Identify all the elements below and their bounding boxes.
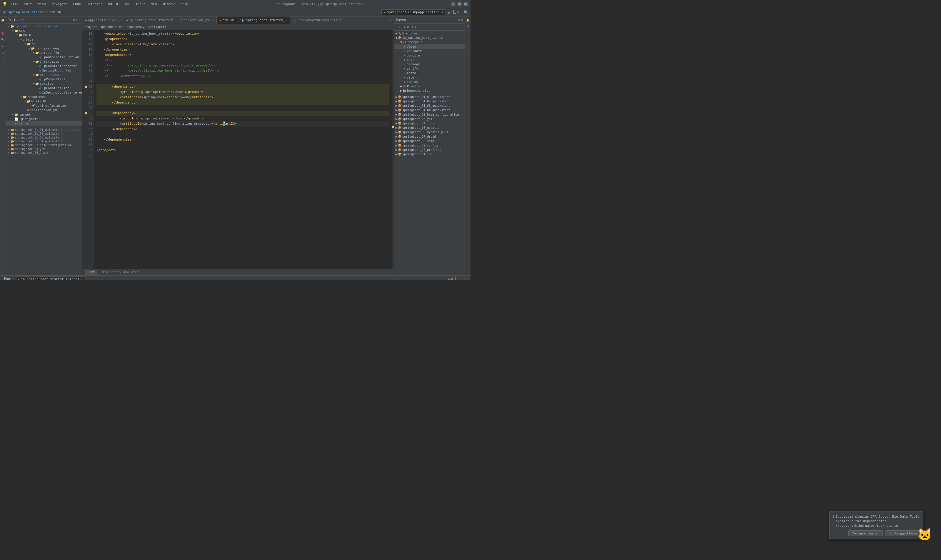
run-scroll-icon[interactable]: ⇩	[458, 277, 460, 280]
git-icon[interactable]: ⎇	[0, 50, 6, 55]
bottom-tab-text[interactable]: Text	[85, 270, 97, 275]
bottom-tab-dependency[interactable]: Dependency Analyzer	[100, 270, 141, 275]
run-rerun-icon[interactable]: ▶	[448, 277, 450, 280]
maven-sb-09[interactable]: ▶ 📦 springboot_09_config	[394, 143, 464, 148]
tree-item-IpSpringBootStarterApplication[interactable]: ◎ IpSpringBootStarterApplication	[6, 90, 82, 95]
tree-item-spring-factories[interactable]: 🌱 spring.factories	[6, 103, 82, 108]
maven-plugins[interactable]: ▶ 🔌 Plugins	[394, 84, 464, 89]
maven-download-icon[interactable]: ⬇	[411, 25, 413, 29]
breadcrumb-part-2[interactable]: dependency	[126, 25, 144, 29]
run-current-close[interactable]: ×	[81, 278, 82, 280]
tree-item-META-INF[interactable]: ▼ 📂 META-INF	[6, 99, 82, 103]
tab-ip-application-yml[interactable]: ⚙ ip_spring_boot_starter\...\application…	[123, 17, 217, 24]
run-stop-icon[interactable]: ■	[451, 277, 453, 280]
bookmarks-icon[interactable]: 🔖	[0, 31, 6, 36]
tree-item-01-03[interactable]: ▶ 📂 springboot_01_03_quickstart	[6, 135, 82, 139]
tree-item-IpProperties[interactable]: ◎ IpProperties	[6, 77, 82, 82]
maximize-button[interactable]: □	[458, 2, 462, 6]
tree-item-01-04[interactable]: ▶ 📂 springboot_01_04_quickstart	[6, 139, 82, 143]
maven-sb-10[interactable]: ▶ 📦 springboot_10_profiles	[394, 148, 464, 152]
maven-profiles[interactable]: ▶ 🔧 Profiles	[394, 31, 464, 35]
search-everywhere-button[interactable]: 🔍	[464, 10, 468, 14]
run-config-selector[interactable]: ▶ Springboot08SsmpApplication ▼	[381, 9, 446, 15]
run-clear-icon[interactable]: 🗑	[454, 277, 457, 280]
tab-application-yml[interactable]: ⚙ application.yml ×	[82, 17, 123, 24]
tab-close-yml1[interactable]: ×	[118, 19, 120, 22]
tree-item-gitignore[interactable]: 📄 .gitignore	[6, 117, 82, 121]
close-button[interactable]: ×	[464, 2, 468, 6]
tree-item-main[interactable]: ▼ 📂 main	[6, 33, 82, 37]
maven-sb-01-04[interactable]: ▶ 📦 springboot_01_04_quickstart	[394, 108, 464, 112]
tree-item-pom-xml[interactable]: ◈ pom.xml	[6, 121, 82, 126]
maven-lifecycle-clean[interactable]: ⚡ clean	[394, 45, 464, 49]
maven-sb-05[interactable]: ▶ 📦 springboot_05_mybatis	[394, 126, 464, 130]
maven-sb-01-03[interactable]: ▶ 📦 springboot_01_03_quickstart	[394, 103, 464, 108]
menu-tools[interactable]: Tools	[134, 2, 146, 6]
maven-lifecycle-test[interactable]: ⚡ test	[394, 58, 464, 62]
database-icon[interactable]: 🗄	[465, 24, 470, 29]
tree-item-autoconfig[interactable]: ▼ 📂 autoconfig	[6, 51, 82, 55]
menu-file[interactable]: File	[9, 2, 20, 6]
tree-item-application-yml[interactable]: ⚙ application.yml	[6, 108, 82, 112]
maven-lifecycle-install[interactable]: ⚡ install	[394, 71, 464, 75]
tree-item-02[interactable]: ▶ 📂 springboot_02_base_configuration	[6, 143, 82, 147]
maven-lifecycle-verify[interactable]: ⚡ verify	[394, 66, 464, 71]
maven-sb-11[interactable]: ▶ 📦 springboot_11_log	[394, 152, 464, 157]
run-pin-icon[interactable]: ×	[467, 277, 468, 280]
maven-sb-02[interactable]: ▶ 📦 springboot_02_base_configuration	[394, 112, 464, 117]
maven-sb-08[interactable]: ▶ 📦 springboot_08_ssmp	[394, 139, 464, 143]
tree-item-service[interactable]: ▼ 📂 service	[6, 82, 82, 86]
tree-item-cn[interactable]: ▼ 📂 cn	[6, 42, 82, 46]
breadcrumb-part-1[interactable]: dependencies	[101, 25, 122, 29]
tab-close-pom[interactable]: ×	[286, 19, 288, 22]
tree-item-properties[interactable]: ▼ 📂 properties	[6, 73, 82, 77]
tree-item-IpCountService[interactable]: ◎ IpCountService	[6, 86, 82, 90]
maven-refresh-icon[interactable]: ↻	[395, 25, 397, 29]
maven-sb-03[interactable]: ▶ 📦 springboot_03_yaml	[394, 117, 464, 121]
maven-lifecycle-package[interactable]: ⚡ package	[394, 62, 464, 66]
editor-scrollbar[interactable]	[392, 30, 394, 269]
menu-build[interactable]: Build	[107, 2, 119, 6]
menu-help[interactable]: Help	[179, 2, 190, 6]
maven-collapse-icon[interactable]: ≡	[414, 25, 416, 29]
maven-sb-04[interactable]: ▶ 📦 springboot_04_junit	[394, 121, 464, 126]
maven-settings-icon[interactable]: ⚙	[458, 18, 460, 22]
tree-item-01-01[interactable]: ▶ 📂 springboot_01_01_quickstart D:/DingJ…	[6, 128, 82, 132]
code-content[interactable]: <description>ip_spring_boot_starter</des…	[94, 30, 392, 269]
maven-sb-06[interactable]: ▶ 📦 springboot_06_mybatis_plus	[394, 130, 464, 134]
tree-item-dingjiaxiong[interactable]: ▼ 📂 dingjiaxiong	[6, 46, 82, 51]
maven-sb-01-01[interactable]: ▶ 📦 springboot_01_01_quickstart	[394, 95, 464, 99]
maven-run-icon[interactable]: ▶	[404, 25, 406, 29]
menu-navigate[interactable]: Navigate	[51, 2, 69, 6]
code-editor[interactable]: 15 16 17 18 19 20 21 22 23 24 25 26 27 2…	[82, 30, 394, 269]
menu-run[interactable]: Run	[123, 2, 131, 6]
settings-icon[interactable]: ⚙	[76, 18, 77, 22]
tree-item-resources[interactable]: ▼ 📂 resources	[6, 95, 82, 99]
tab-close-yml2[interactable]: ×	[212, 19, 214, 22]
maven-remove-icon[interactable]: −	[401, 25, 403, 29]
terminal-sidebar-icon[interactable]: ⌨	[0, 57, 6, 62]
tree-item-interceptor[interactable]: ▼ 📂 interceptor	[6, 59, 82, 64]
breadcrumb-part-3[interactable]: artifactId	[149, 25, 166, 29]
tree-item-root[interactable]: ▼ 📂 ip_spring_boot_starter	[6, 24, 82, 29]
maven-add-icon[interactable]: +	[398, 25, 400, 29]
maven-lifecycle-validate[interactable]: ⚡ validate	[394, 49, 464, 53]
minimize-button[interactable]: −	[451, 2, 455, 6]
maven-pin-icon[interactable]: ×	[461, 18, 463, 22]
maven-sb-01-02[interactable]: ▶ 📦 springboot_01_02_quickstart	[394, 99, 464, 103]
run-tab-run[interactable]: Run:	[2, 276, 14, 280]
run-with-coverage[interactable]: ▶̲	[458, 10, 461, 15]
menu-code[interactable]: Code	[72, 2, 82, 6]
structure-icon[interactable]: ⋮	[0, 24, 6, 29]
project-icon[interactable]: 📁	[0, 18, 6, 23]
pin-icon[interactable]: ×	[79, 18, 80, 22]
maven-lifecycle-site[interactable]: ⚡ site	[394, 75, 464, 80]
maven-lifecycle-compile[interactable]: ⚡ compile	[394, 53, 464, 58]
run-sidebar-icon[interactable]: ▶	[0, 43, 6, 49]
menu-refactor[interactable]: Refactor	[86, 2, 103, 6]
run-current-tab[interactable]: ▶ ip_spring_boot_starter [clean] ×	[16, 277, 85, 280]
run-button[interactable]: ▶	[448, 10, 451, 15]
maven-lifecycle-deploy[interactable]: ⚡ deploy	[394, 80, 464, 84]
tab-springboot08[interactable]: ◎ Springboot08SsmpApplica... ×	[291, 17, 353, 24]
tree-item-01-02[interactable]: ▶ 📂 springboot_01_02_quickstart	[6, 132, 82, 135]
